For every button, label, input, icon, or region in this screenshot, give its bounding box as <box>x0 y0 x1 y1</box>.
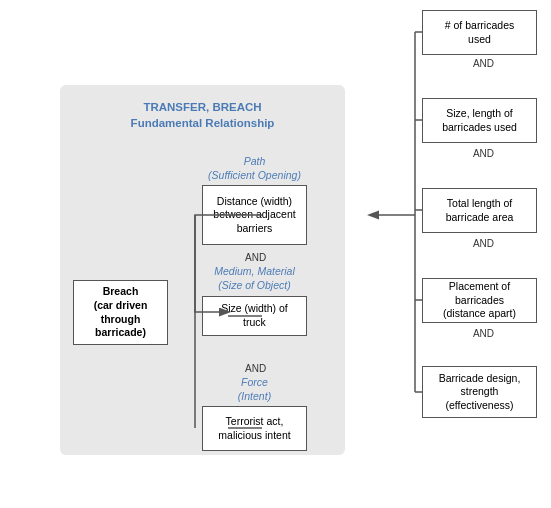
and-label-4: AND <box>473 148 494 159</box>
barricade-design-node: Barricade design,strength(effectiveness) <box>422 366 537 418</box>
barricade-design-label: Barricade design,strength(effectiveness) <box>439 372 521 413</box>
breach-node: Breach(car driventhrough barricade) <box>73 280 168 345</box>
and-label-2: AND <box>245 363 266 374</box>
barricades-used-node: # of barricadesused <box>422 10 537 55</box>
distance-label: Distance (width)between adjacentbarriers <box>213 195 295 236</box>
size-label: Size (width) of truck <box>209 302 300 329</box>
distance-node: Distance (width)between adjacentbarriers <box>202 185 307 245</box>
terrorist-node: Terrorist act,malicious intent <box>202 406 307 451</box>
breach-label: Breach(car driventhrough barricade) <box>80 285 161 340</box>
and-label-3: AND <box>473 58 494 69</box>
and-label-6: AND <box>473 328 494 339</box>
barricades-used-label: # of barricadesused <box>445 19 514 46</box>
panel-title: TRANSFER, BREACHFundamental Relationship <box>60 85 345 131</box>
terrorist-label: Terrorist act,malicious intent <box>218 415 290 442</box>
total-length-label: Total length ofbarricade area <box>446 197 514 224</box>
medium-label: Medium, Material(Size of Object) <box>202 265 307 292</box>
and-label-1: AND <box>245 252 266 263</box>
size-length-label: Size, length ofbarricades used <box>442 107 517 134</box>
placement-node: Placement ofbarricades(distance apart) <box>422 278 537 323</box>
size-node: Size (width) of truck <box>202 296 307 336</box>
and-label-5: AND <box>473 238 494 249</box>
diagram-container: TRANSFER, BREACHFundamental Relationship… <box>0 0 551 508</box>
placement-label: Placement ofbarricades(distance apart) <box>443 280 516 321</box>
path-label: Path(Sufficient Opening) <box>202 155 307 182</box>
total-length-node: Total length ofbarricade area <box>422 188 537 233</box>
size-length-node: Size, length ofbarricades used <box>422 98 537 143</box>
force-label: Force(Intent) <box>202 376 307 403</box>
